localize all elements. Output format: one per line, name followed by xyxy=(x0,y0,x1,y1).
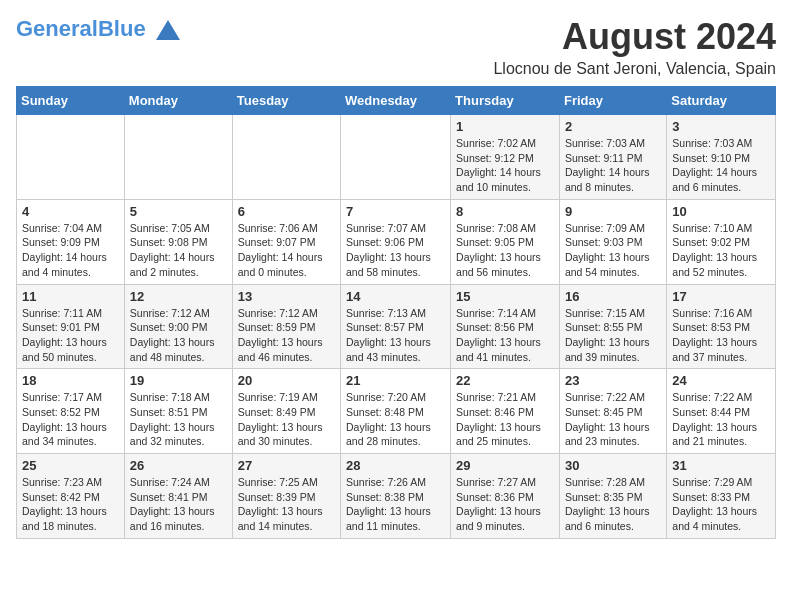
calendar-cell: 21Sunrise: 7:20 AM Sunset: 8:48 PM Dayli… xyxy=(341,369,451,454)
day-number: 9 xyxy=(565,204,661,219)
logo: GeneralBlue xyxy=(16,16,182,44)
calendar-week-row: 1Sunrise: 7:02 AM Sunset: 9:12 PM Daylig… xyxy=(17,115,776,200)
logo-general: General xyxy=(16,16,98,41)
column-header-friday: Friday xyxy=(559,87,666,115)
day-number: 14 xyxy=(346,289,445,304)
day-number: 1 xyxy=(456,119,554,134)
column-header-monday: Monday xyxy=(124,87,232,115)
calendar-cell: 31Sunrise: 7:29 AM Sunset: 8:33 PM Dayli… xyxy=(667,454,776,539)
day-number: 7 xyxy=(346,204,445,219)
calendar-cell: 25Sunrise: 7:23 AM Sunset: 8:42 PM Dayli… xyxy=(17,454,125,539)
calendar-cell: 18Sunrise: 7:17 AM Sunset: 8:52 PM Dayli… xyxy=(17,369,125,454)
day-info: Sunrise: 7:14 AM Sunset: 8:56 PM Dayligh… xyxy=(456,306,554,365)
day-number: 19 xyxy=(130,373,227,388)
logo-icon xyxy=(154,16,182,44)
column-header-saturday: Saturday xyxy=(667,87,776,115)
day-info: Sunrise: 7:26 AM Sunset: 8:38 PM Dayligh… xyxy=(346,475,445,534)
calendar-week-row: 25Sunrise: 7:23 AM Sunset: 8:42 PM Dayli… xyxy=(17,454,776,539)
calendar-title: August 2024 xyxy=(493,16,776,58)
day-number: 11 xyxy=(22,289,119,304)
calendar-cell: 1Sunrise: 7:02 AM Sunset: 9:12 PM Daylig… xyxy=(451,115,560,200)
calendar-cell: 12Sunrise: 7:12 AM Sunset: 9:00 PM Dayli… xyxy=(124,284,232,369)
day-info: Sunrise: 7:10 AM Sunset: 9:02 PM Dayligh… xyxy=(672,221,770,280)
day-number: 28 xyxy=(346,458,445,473)
column-header-tuesday: Tuesday xyxy=(232,87,340,115)
calendar-table: SundayMondayTuesdayWednesdayThursdayFrid… xyxy=(16,86,776,539)
calendar-cell xyxy=(124,115,232,200)
day-number: 31 xyxy=(672,458,770,473)
calendar-cell: 30Sunrise: 7:28 AM Sunset: 8:35 PM Dayli… xyxy=(559,454,666,539)
day-info: Sunrise: 7:13 AM Sunset: 8:57 PM Dayligh… xyxy=(346,306,445,365)
day-info: Sunrise: 7:07 AM Sunset: 9:06 PM Dayligh… xyxy=(346,221,445,280)
calendar-cell: 20Sunrise: 7:19 AM Sunset: 8:49 PM Dayli… xyxy=(232,369,340,454)
day-info: Sunrise: 7:28 AM Sunset: 8:35 PM Dayligh… xyxy=(565,475,661,534)
column-header-thursday: Thursday xyxy=(451,87,560,115)
calendar-header-row: SundayMondayTuesdayWednesdayThursdayFrid… xyxy=(17,87,776,115)
day-info: Sunrise: 7:06 AM Sunset: 9:07 PM Dayligh… xyxy=(238,221,335,280)
day-number: 15 xyxy=(456,289,554,304)
day-info: Sunrise: 7:19 AM Sunset: 8:49 PM Dayligh… xyxy=(238,390,335,449)
day-number: 13 xyxy=(238,289,335,304)
calendar-cell: 24Sunrise: 7:22 AM Sunset: 8:44 PM Dayli… xyxy=(667,369,776,454)
day-info: Sunrise: 7:23 AM Sunset: 8:42 PM Dayligh… xyxy=(22,475,119,534)
calendar-week-row: 18Sunrise: 7:17 AM Sunset: 8:52 PM Dayli… xyxy=(17,369,776,454)
calendar-cell: 14Sunrise: 7:13 AM Sunset: 8:57 PM Dayli… xyxy=(341,284,451,369)
calendar-cell: 9Sunrise: 7:09 AM Sunset: 9:03 PM Daylig… xyxy=(559,199,666,284)
day-number: 26 xyxy=(130,458,227,473)
day-number: 16 xyxy=(565,289,661,304)
title-area: August 2024 Llocnou de Sant Jeroni, Vale… xyxy=(493,16,776,78)
day-info: Sunrise: 7:24 AM Sunset: 8:41 PM Dayligh… xyxy=(130,475,227,534)
day-info: Sunrise: 7:02 AM Sunset: 9:12 PM Dayligh… xyxy=(456,136,554,195)
day-info: Sunrise: 7:17 AM Sunset: 8:52 PM Dayligh… xyxy=(22,390,119,449)
day-number: 22 xyxy=(456,373,554,388)
page-header: GeneralBlue August 2024 Llocnou de Sant … xyxy=(16,16,776,78)
day-number: 30 xyxy=(565,458,661,473)
column-header-wednesday: Wednesday xyxy=(341,87,451,115)
calendar-cell: 7Sunrise: 7:07 AM Sunset: 9:06 PM Daylig… xyxy=(341,199,451,284)
calendar-cell: 13Sunrise: 7:12 AM Sunset: 8:59 PM Dayli… xyxy=(232,284,340,369)
calendar-cell: 6Sunrise: 7:06 AM Sunset: 9:07 PM Daylig… xyxy=(232,199,340,284)
day-number: 24 xyxy=(672,373,770,388)
calendar-cell: 26Sunrise: 7:24 AM Sunset: 8:41 PM Dayli… xyxy=(124,454,232,539)
column-header-sunday: Sunday xyxy=(17,87,125,115)
day-info: Sunrise: 7:29 AM Sunset: 8:33 PM Dayligh… xyxy=(672,475,770,534)
calendar-cell xyxy=(341,115,451,200)
calendar-cell: 17Sunrise: 7:16 AM Sunset: 8:53 PM Dayli… xyxy=(667,284,776,369)
day-number: 20 xyxy=(238,373,335,388)
day-number: 29 xyxy=(456,458,554,473)
calendar-cell: 19Sunrise: 7:18 AM Sunset: 8:51 PM Dayli… xyxy=(124,369,232,454)
day-info: Sunrise: 7:20 AM Sunset: 8:48 PM Dayligh… xyxy=(346,390,445,449)
calendar-cell xyxy=(232,115,340,200)
day-info: Sunrise: 7:08 AM Sunset: 9:05 PM Dayligh… xyxy=(456,221,554,280)
day-number: 8 xyxy=(456,204,554,219)
calendar-cell: 15Sunrise: 7:14 AM Sunset: 8:56 PM Dayli… xyxy=(451,284,560,369)
day-number: 17 xyxy=(672,289,770,304)
day-number: 25 xyxy=(22,458,119,473)
day-number: 18 xyxy=(22,373,119,388)
day-info: Sunrise: 7:22 AM Sunset: 8:44 PM Dayligh… xyxy=(672,390,770,449)
calendar-cell: 22Sunrise: 7:21 AM Sunset: 8:46 PM Dayli… xyxy=(451,369,560,454)
calendar-week-row: 11Sunrise: 7:11 AM Sunset: 9:01 PM Dayli… xyxy=(17,284,776,369)
calendar-cell: 11Sunrise: 7:11 AM Sunset: 9:01 PM Dayli… xyxy=(17,284,125,369)
day-info: Sunrise: 7:04 AM Sunset: 9:09 PM Dayligh… xyxy=(22,221,119,280)
calendar-cell: 28Sunrise: 7:26 AM Sunset: 8:38 PM Dayli… xyxy=(341,454,451,539)
day-number: 4 xyxy=(22,204,119,219)
calendar-week-row: 4Sunrise: 7:04 AM Sunset: 9:09 PM Daylig… xyxy=(17,199,776,284)
calendar-cell: 2Sunrise: 7:03 AM Sunset: 9:11 PM Daylig… xyxy=(559,115,666,200)
day-info: Sunrise: 7:25 AM Sunset: 8:39 PM Dayligh… xyxy=(238,475,335,534)
calendar-cell: 3Sunrise: 7:03 AM Sunset: 9:10 PM Daylig… xyxy=(667,115,776,200)
day-info: Sunrise: 7:03 AM Sunset: 9:10 PM Dayligh… xyxy=(672,136,770,195)
day-info: Sunrise: 7:22 AM Sunset: 8:45 PM Dayligh… xyxy=(565,390,661,449)
logo-blue: Blue xyxy=(98,16,146,41)
calendar-cell: 23Sunrise: 7:22 AM Sunset: 8:45 PM Dayli… xyxy=(559,369,666,454)
calendar-cell: 10Sunrise: 7:10 AM Sunset: 9:02 PM Dayli… xyxy=(667,199,776,284)
day-info: Sunrise: 7:21 AM Sunset: 8:46 PM Dayligh… xyxy=(456,390,554,449)
day-info: Sunrise: 7:11 AM Sunset: 9:01 PM Dayligh… xyxy=(22,306,119,365)
day-number: 3 xyxy=(672,119,770,134)
day-number: 5 xyxy=(130,204,227,219)
calendar-cell: 29Sunrise: 7:27 AM Sunset: 8:36 PM Dayli… xyxy=(451,454,560,539)
day-info: Sunrise: 7:12 AM Sunset: 8:59 PM Dayligh… xyxy=(238,306,335,365)
calendar-subtitle: Llocnou de Sant Jeroni, Valencia, Spain xyxy=(493,60,776,78)
day-number: 6 xyxy=(238,204,335,219)
calendar-cell xyxy=(17,115,125,200)
